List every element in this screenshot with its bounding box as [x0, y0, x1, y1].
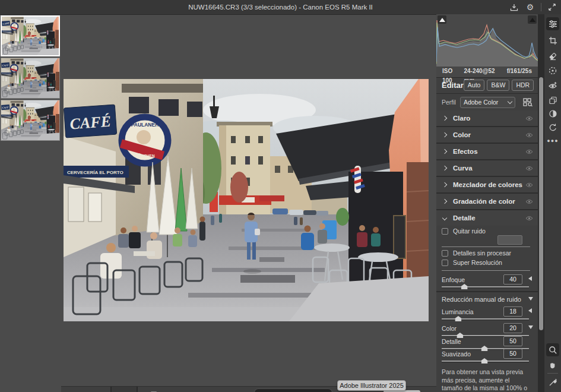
chevron-down-icon: [508, 99, 512, 103]
enfoque-label: Enfoque: [442, 276, 465, 283]
detalle-slider-value[interactable]: 50: [503, 336, 522, 346]
color-collapse-triangle[interactable]: [528, 325, 533, 329]
filmstrip-toggle-icon[interactable]: [150, 388, 157, 392]
fullscreen-icon[interactable]: [547, 2, 557, 12]
quitar-ruido-checkbox[interactable]: [442, 228, 448, 235]
enfoque-slider[interactable]: [442, 284, 529, 290]
suavizado-slider[interactable]: [442, 358, 529, 364]
suavizado-value[interactable]: 50: [503, 349, 522, 359]
quitar-ruido-amount-input[interactable]: [497, 235, 522, 245]
auto-button[interactable]: Auto: [464, 80, 485, 91]
separator: [442, 246, 530, 247]
snapshots-tool-button[interactable]: [546, 107, 559, 120]
section-label: Claro: [453, 115, 470, 122]
quitar-ruido-row: Quitar ruido: [442, 227, 486, 235]
eye-icon[interactable]: [525, 216, 533, 221]
color-noise-label: Color: [442, 325, 457, 332]
filmstrip-thumbnail-2[interactable]: [1, 58, 60, 99]
crop-tool-button[interactable]: [546, 34, 559, 47]
highlight-clipping-indicator[interactable]: [528, 15, 537, 24]
panel-scrollbar[interactable]: [538, 14, 544, 392]
preview-note: Para obtener una vista previa más precis…: [442, 368, 530, 392]
eye-icon[interactable]: [525, 149, 533, 154]
reduccion-collapse-triangle[interactable]: [528, 297, 533, 301]
enfoque-value[interactable]: 40: [503, 274, 522, 284]
detalles-sin-procesar-checkbox[interactable]: [442, 250, 448, 257]
super-resolucion-row: Super Resolución: [442, 259, 502, 266]
edit-title: Editar: [442, 81, 464, 90]
zoom-level-button-fragment[interactable]: [254, 388, 332, 392]
aperture-value: f/16: [507, 67, 517, 77]
presets-tool-button[interactable]: [546, 93, 559, 106]
filmstrip-thumbnail-3[interactable]: [1, 100, 60, 141]
enfoque-disclosure-triangle[interactable]: [528, 276, 532, 281]
edit-panel: ISO 100 24-240@52 mm f/16 1/25s Editar A…: [436, 14, 538, 392]
hand-tool-button[interactable]: [546, 358, 559, 371]
chevron-right-icon: [442, 132, 447, 137]
profile-browser-icon[interactable]: [523, 98, 533, 106]
versions-tool-button[interactable]: [546, 121, 559, 134]
luminancia-label: Luminancia: [442, 308, 474, 315]
profile-value: Adobe Color: [464, 99, 508, 106]
edit-tool-button[interactable]: [546, 17, 559, 30]
color-noise-value[interactable]: 20: [503, 323, 522, 333]
section-label: Curva: [453, 165, 473, 172]
eye-icon[interactable]: [525, 116, 533, 121]
healing-tool-button[interactable]: [546, 49, 559, 62]
white-balance-tool-button[interactable]: [546, 375, 559, 388]
shutter-value: 1/25s: [517, 67, 532, 77]
section-mezclador[interactable]: Mezclador de colores: [436, 177, 538, 194]
section-label: Efectos: [453, 148, 478, 155]
eye-icon[interactable]: [525, 199, 533, 204]
scrollbar-thumb[interactable]: [539, 77, 543, 330]
settings-gear-icon[interactable]: ⚙: [525, 2, 535, 12]
eye-icon[interactable]: [525, 166, 533, 171]
section-label: Mezclador de colores: [453, 181, 522, 188]
camera-raw-window: NUW16645.CR3 (3/3 seleccionado) - Canon …: [0, 0, 561, 392]
window-title: NUW16645.CR3 (3/3 seleccionado) - Canon …: [0, 0, 561, 14]
section-detalle-header[interactable]: Detalle: [436, 210, 538, 226]
main-photo-preview[interactable]: [64, 79, 429, 321]
section-claro[interactable]: Claro: [436, 110, 538, 127]
red-eye-tool-button[interactable]: [546, 79, 559, 92]
section-curva[interactable]: Curva: [436, 160, 538, 177]
hdr-button[interactable]: HDR: [512, 80, 534, 91]
luminancia-value[interactable]: 18: [503, 306, 522, 317]
bw-button[interactable]: B&W: [487, 80, 509, 91]
section-efectos[interactable]: Efectos: [436, 144, 538, 160]
quitar-ruido-label: Quitar ruido: [453, 227, 486, 235]
masking-tool-button[interactable]: [546, 64, 559, 77]
zoom-tool-button[interactable]: [546, 343, 559, 356]
chevron-down-icon: [442, 216, 447, 220]
section-gradacion[interactable]: Gradación de color: [436, 194, 538, 210]
dock-tooltip: Adobe Illustrator 2025: [337, 380, 406, 391]
shadow-clipping-indicator[interactable]: [438, 15, 446, 24]
eye-icon[interactable]: [525, 182, 533, 188]
more-tools-button[interactable]: ●●●: [546, 134, 559, 147]
bottom-bar-divider: [110, 387, 112, 392]
histogram[interactable]: ISO 100 24-240@52 mm f/16 1/25s: [436, 14, 538, 78]
luminancia-disclosure-triangle[interactable]: [528, 308, 532, 313]
detalle-slider-label: Detalle: [442, 338, 461, 345]
divider: [436, 291, 538, 292]
image-canvas: [61, 15, 436, 392]
chevron-right-icon: [442, 149, 447, 154]
chevron-right-icon: [442, 166, 447, 170]
detalles-sin-procesar-row: Detalles sin procesar: [442, 249, 511, 257]
toolbar-divider: [547, 373, 558, 374]
save-image-icon[interactable]: [509, 2, 519, 12]
filmstrip-thumbnail-1[interactable]: [1, 15, 60, 56]
profile-dropdown[interactable]: Adobe Color: [460, 97, 515, 108]
suavizado-label: Suavizado: [442, 350, 471, 358]
chevron-right-icon: [442, 182, 447, 187]
luminancia-slider[interactable]: [442, 316, 529, 322]
eye-icon[interactable]: [525, 132, 533, 138]
chevron-right-icon: [442, 116, 447, 121]
separator: [442, 270, 530, 271]
super-resolucion-label: Super Resolución: [453, 259, 502, 266]
super-resolucion-checkbox[interactable]: [442, 260, 448, 266]
section-color[interactable]: Color: [436, 127, 538, 144]
profile-row: Perfil Adobe Color: [436, 94, 538, 112]
edit-header-row: Editar Auto B&W HDR: [436, 77, 538, 94]
detalles-sin-procesar-label: Detalles sin procesar: [453, 249, 511, 257]
